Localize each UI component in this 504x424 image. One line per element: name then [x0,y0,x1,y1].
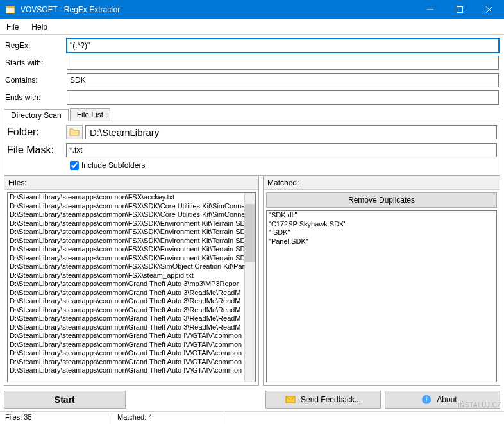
scrollbar-thumb[interactable] [245,204,255,262]
file-list-item[interactable]: D:\SteamLibrary\steamapps\common\FSX\SDK… [8,228,255,237]
files-panel: Files: D:\SteamLibrary\steamapps\common\… [4,176,259,386]
info-icon: i [421,394,432,405]
matched-list-item[interactable]: "C172SP Skyhawk SDK" [267,220,496,229]
menu-file[interactable]: File [0,22,25,31]
matched-panel: Matched: Remove Duplicates "SDK.dll""C17… [263,176,500,386]
window-title: VOVSOFT - RegEx Extractor [21,5,416,14]
label-folder: Folder: [7,126,66,138]
app-icon [5,4,15,15]
minimize-button[interactable] [416,0,445,19]
regex-input[interactable] [67,38,499,53]
label-regex: RegEx: [5,41,67,50]
include-subfolders-checkbox[interactable] [70,161,79,170]
matched-list-item[interactable]: "SDK.dll" [267,211,496,220]
matched-panel-header: Matched: [264,176,500,190]
status-matched: Matched: 4 [112,412,224,424]
app-window: VOVSOFT - RegEx Extractor File Help RegE… [0,0,504,424]
tab-file-list[interactable]: File List [70,108,110,121]
file-list-item[interactable]: D:\SteamLibrary\steamapps\common\FSX\SDK… [8,262,255,271]
file-list-item[interactable]: D:\SteamLibrary\steamapps\common\FSX\SDK… [8,202,255,211]
directory-scan-panel: Folder: File Mask: Include Subfolders [4,121,500,176]
file-list-item[interactable]: D:\SteamLibrary\steamapps\common\Grand T… [8,349,255,358]
file-list-item[interactable]: D:\SteamLibrary\steamapps\common\Grand T… [8,280,255,289]
file-mask-input[interactable] [66,143,497,157]
label-ends-with: Ends with: [5,93,67,102]
titlebar: VOVSOFT - RegEx Extractor [0,0,504,19]
file-list-item[interactable]: D:\SteamLibrary\steamapps\common\FSX\acc… [8,193,255,202]
ends-with-input[interactable] [67,90,499,105]
tab-directory-scan[interactable]: Directory Scan [4,109,69,121]
folder-input[interactable] [85,125,497,139]
file-list-item[interactable]: D:\SteamLibrary\steamapps\common\FSX\ste… [8,271,255,280]
file-list-item[interactable]: D:\SteamLibrary\steamapps\common\FSX\SDK… [8,254,255,263]
send-feedback-label: Send Feedback... [301,395,361,404]
maximize-button[interactable] [445,0,475,19]
status-bar: Files: 35 Matched: 4 [0,411,504,424]
label-contains: Contains: [5,76,67,85]
file-list-item[interactable]: D:\SteamLibrary\steamapps\common\Grand T… [8,358,255,367]
starts-with-input[interactable] [67,56,499,70]
file-list-item[interactable]: D:\SteamLibrary\steamapps\common\Grand T… [8,314,255,323]
mail-icon [285,394,296,405]
svg-rect-3 [457,7,463,13]
send-feedback-button[interactable]: Send Feedback... [265,391,381,409]
svg-rect-1 [6,8,14,13]
include-subfolders-label: Include Subfolders [81,161,145,170]
folder-icon [69,127,80,137]
remove-duplicates-button[interactable]: Remove Duplicates [266,192,497,208]
file-list-item[interactable]: D:\SteamLibrary\steamapps\common\Grand T… [8,306,255,315]
label-starts-with: Starts with: [5,58,67,67]
browse-folder-button[interactable] [66,125,83,139]
file-list-item[interactable]: D:\SteamLibrary\steamapps\common\Grand T… [8,289,255,298]
file-list-item[interactable]: D:\SteamLibrary\steamapps\common\Grand T… [8,323,255,332]
file-list-item[interactable]: D:\SteamLibrary\steamapps\common\FSX\SDK… [8,245,255,254]
file-list-item[interactable]: D:\SteamLibrary\steamapps\common\Grand T… [8,341,255,350]
contains-input[interactable] [67,73,499,87]
file-list-item[interactable]: D:\SteamLibrary\steamapps\common\FSX\SDK… [8,219,255,228]
close-button[interactable] [475,0,504,19]
matched-list-item[interactable]: " SDK" [267,228,496,237]
watermark: INSTALUJ.CZ [458,402,501,409]
matched-listbox[interactable]: "SDK.dll""C172SP Skyhawk SDK"" SDK""Pane… [266,210,497,382]
file-list-item[interactable]: D:\SteamLibrary\steamapps\common\Grand T… [8,366,255,375]
menubar: File Help [0,19,504,35]
matched-list-item[interactable]: "Panel.SDK" [267,237,496,246]
scrollbar[interactable] [244,193,255,382]
file-list-item[interactable]: D:\SteamLibrary\steamapps\common\FSX\SDK… [8,210,255,219]
files-listbox[interactable]: D:\SteamLibrary\steamapps\common\FSX\acc… [7,192,256,382]
menu-help[interactable]: Help [25,22,54,31]
file-list-item[interactable]: D:\SteamLibrary\steamapps\common\FSX\SDK… [8,237,255,246]
status-files: Files: 35 [0,412,112,424]
files-panel-header: Files: [4,176,258,190]
file-list-item[interactable]: D:\SteamLibrary\steamapps\common\Grand T… [8,332,255,341]
start-button[interactable]: Start [4,391,126,409]
file-list-item[interactable]: D:\SteamLibrary\steamapps\common\Grand T… [8,297,255,306]
label-file-mask: File Mask: [7,144,66,156]
